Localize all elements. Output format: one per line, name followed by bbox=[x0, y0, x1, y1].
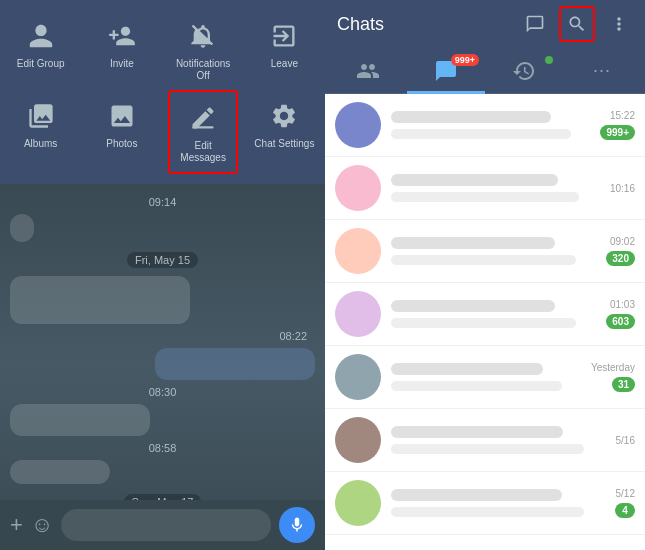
bubble-received-1 bbox=[10, 214, 34, 242]
bubble-received-2 bbox=[10, 276, 190, 324]
menu-item-photos[interactable]: Photos bbox=[87, 90, 157, 174]
chat-time: 10:16 bbox=[610, 183, 635, 194]
list-item[interactable]: 01:03 603 bbox=[325, 283, 645, 346]
albums-icon bbox=[23, 98, 59, 134]
unread-badge: 4 bbox=[615, 503, 635, 518]
msg-bar bbox=[391, 444, 584, 454]
avatar bbox=[335, 417, 381, 463]
history-tab-icon bbox=[512, 59, 536, 83]
chats-badge: 999+ bbox=[451, 54, 479, 66]
mic-button[interactable] bbox=[279, 507, 315, 543]
message-bubble-row-4 bbox=[10, 404, 315, 436]
chat-meta: 01:03 603 bbox=[606, 299, 635, 329]
edit-messages-icon bbox=[185, 100, 221, 136]
menu-label-leave: Leave bbox=[271, 58, 298, 70]
menu-item-chat-settings[interactable]: Chat Settings bbox=[249, 90, 319, 174]
menu-item-leave[interactable]: Leave bbox=[249, 10, 319, 90]
avatar bbox=[335, 228, 381, 274]
leave-icon bbox=[266, 18, 302, 54]
svg-rect-0 bbox=[193, 126, 214, 128]
msg-bar bbox=[391, 318, 576, 328]
msg-bar bbox=[391, 381, 562, 391]
avatar bbox=[335, 102, 381, 148]
chat-meta: 5/16 bbox=[616, 435, 635, 446]
message-bubble-row-2 bbox=[10, 276, 315, 324]
contacts-tab-icon bbox=[356, 59, 380, 83]
chat-info bbox=[391, 426, 606, 454]
chat-time: 5/16 bbox=[616, 435, 635, 446]
compose-button[interactable] bbox=[517, 6, 553, 42]
more-menu-button[interactable] bbox=[601, 6, 637, 42]
tab-chats[interactable]: 999+ bbox=[407, 48, 485, 94]
notifications-off-icon bbox=[185, 18, 221, 54]
msg-bar bbox=[391, 192, 579, 202]
time-label-4: 08:58 bbox=[10, 442, 315, 454]
tab-contacts[interactable] bbox=[329, 48, 407, 94]
msg-bar bbox=[391, 507, 584, 517]
tab-more[interactable]: ··· bbox=[563, 48, 641, 94]
list-item[interactable]: Yesterday 31 bbox=[325, 346, 645, 409]
time-label-2: 08:22 bbox=[10, 330, 315, 342]
chat-meta: 5/12 4 bbox=[615, 488, 635, 518]
menu-item-albums[interactable]: Albums bbox=[6, 90, 76, 174]
history-dot-badge bbox=[545, 56, 553, 64]
list-item[interactable]: 10:16 bbox=[325, 157, 645, 220]
bottom-bar: + ☺ bbox=[0, 500, 325, 550]
chat-meta: 15:22 999+ bbox=[600, 110, 635, 140]
chat-info bbox=[391, 174, 600, 202]
message-input[interactable] bbox=[61, 509, 271, 541]
chats-title: Chats bbox=[333, 14, 511, 35]
avatar bbox=[335, 165, 381, 211]
menu-label-invite: Invite bbox=[110, 58, 134, 70]
chat-time: 01:03 bbox=[610, 299, 635, 310]
list-item[interactable]: 09:02 320 bbox=[325, 220, 645, 283]
message-bubble-row-5 bbox=[10, 460, 315, 484]
menu-item-edit-messages[interactable]: Edit Messages bbox=[168, 90, 238, 174]
unread-badge: 999+ bbox=[600, 125, 635, 140]
name-bar bbox=[391, 426, 563, 438]
msg-bar bbox=[391, 255, 576, 265]
menu-item-edit-group[interactable]: Edit Group bbox=[6, 10, 76, 90]
chat-info bbox=[391, 237, 596, 265]
chat-time: 09:02 bbox=[610, 236, 635, 247]
menu-label-edit-messages: Edit Messages bbox=[174, 140, 232, 164]
menu-label-photos: Photos bbox=[106, 138, 137, 150]
list-item[interactable]: 15:22 999+ bbox=[325, 94, 645, 157]
bubble-sent-1 bbox=[155, 348, 315, 380]
chat-time: 5/12 bbox=[616, 488, 635, 499]
menu-label-albums: Albums bbox=[24, 138, 57, 150]
name-bar bbox=[391, 363, 543, 375]
name-bar bbox=[391, 237, 555, 249]
plus-icon[interactable]: + bbox=[10, 512, 23, 538]
time-label-1: 09:14 bbox=[10, 196, 315, 208]
message-bubble-row-3 bbox=[10, 348, 315, 380]
avatar bbox=[335, 291, 381, 337]
tabs-bar: 999+ ··· bbox=[325, 48, 645, 94]
chat-list: 15:22 999+ 10:16 09:02 320 bbox=[325, 94, 645, 550]
menu-item-notifications-off[interactable]: Notifications Off bbox=[168, 10, 238, 90]
avatar bbox=[335, 354, 381, 400]
chat-info bbox=[391, 489, 605, 517]
chat-area: 09:14 Fri, May 15 08:22 08:30 08:58 Sun,… bbox=[0, 184, 325, 550]
menu-item-invite[interactable]: Invite bbox=[87, 10, 157, 90]
photos-icon bbox=[104, 98, 140, 134]
chat-settings-icon bbox=[266, 98, 302, 134]
name-bar bbox=[391, 489, 562, 501]
name-bar bbox=[391, 174, 558, 186]
tab-history[interactable] bbox=[485, 48, 563, 94]
chat-meta: 09:02 320 bbox=[606, 236, 635, 266]
search-button[interactable] bbox=[559, 6, 595, 42]
chat-messages: 09:14 Fri, May 15 08:22 08:30 08:58 Sun,… bbox=[0, 184, 325, 514]
list-item[interactable]: 5/12 4 bbox=[325, 472, 645, 535]
top-menu: Edit Group Invite Notifications Off bbox=[0, 0, 325, 184]
unread-badge: 31 bbox=[612, 377, 635, 392]
chat-info bbox=[391, 111, 590, 139]
unread-badge: 320 bbox=[606, 251, 635, 266]
edit-group-icon bbox=[23, 18, 59, 54]
name-bar bbox=[391, 111, 551, 123]
emoji-icon[interactable]: ☺ bbox=[31, 512, 53, 538]
list-item[interactable]: 5/16 bbox=[325, 409, 645, 472]
right-panel: Chats bbox=[325, 0, 645, 550]
menu-label-chat-settings: Chat Settings bbox=[254, 138, 314, 150]
bubble-received-4 bbox=[10, 460, 110, 484]
